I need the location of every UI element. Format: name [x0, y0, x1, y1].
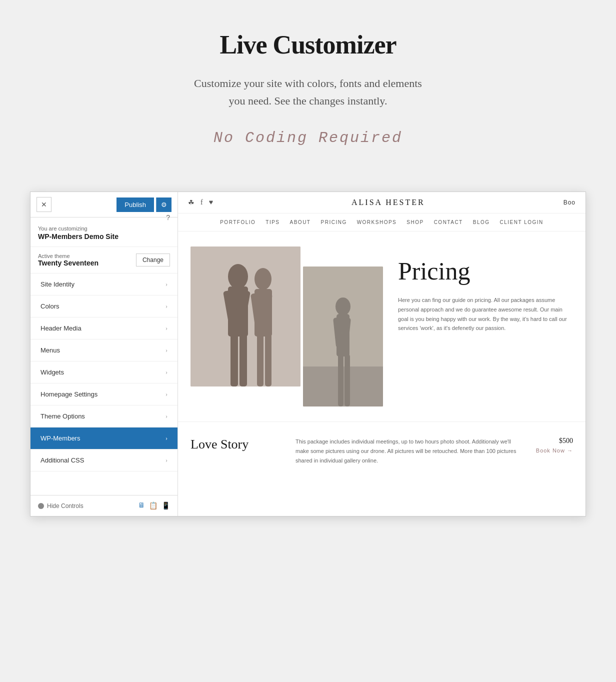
nav-portfolio[interactable]: PORTFOLIO [220, 220, 256, 225]
help-icon[interactable]: ? [166, 214, 170, 222]
nav-pricing[interactable]: PRICING [320, 220, 346, 225]
chevron-right-icon: › [166, 368, 168, 376]
svg-rect-20 [344, 354, 350, 406]
theme-section: Active theme Twenty Seventeen Change [30, 247, 178, 274]
no-coding-label: No Coding Required [10, 130, 606, 146]
love-story-pricing: $500 Book Now → [536, 437, 573, 454]
nav-blog[interactable]: BLOG [473, 220, 490, 225]
hero-image-1 [190, 246, 300, 386]
book-link[interactable]: Boo [564, 199, 576, 206]
svg-rect-12 [265, 334, 272, 386]
svg-rect-6 [240, 334, 247, 386]
love-story-section: Love Story This package includes individ… [178, 422, 586, 480]
hero-images [190, 246, 383, 406]
nav-tips[interactable]: TIPS [266, 220, 280, 225]
love-story-price: $500 [536, 437, 573, 445]
nav-shop[interactable]: SHOP [406, 220, 424, 225]
mobile-icon[interactable]: 📱 [162, 502, 170, 510]
hero-image-2 [303, 266, 383, 406]
social-icons: ☘ f ♥ [188, 198, 213, 207]
device-switcher: 🖥 📋 📱 [138, 502, 170, 510]
customizer-top-bar: ✕ Publish ⚙ [30, 192, 178, 218]
close-button[interactable]: ✕ [36, 197, 52, 212]
svg-rect-5 [230, 334, 238, 386]
customizer-panel: ✕ Publish ⚙ You are customizing ? WP-Mem… [30, 192, 178, 516]
tablet-icon[interactable]: 📋 [149, 502, 158, 510]
chevron-right-icon: › [166, 390, 168, 398]
instagram-icon[interactable]: ☘ [188, 198, 194, 207]
marketing-section: Live Customizer Customize your site with… [0, 0, 616, 192]
preview-panel: ☘ f ♥ ALISA HESTER Boo PORTFOLIO TIPS AB… [178, 192, 586, 516]
hide-controls-label: Hide Controls [47, 502, 84, 510]
site-navigation: PORTFOLIO TIPS ABOUT PRICING WORKSHOPS S… [178, 214, 586, 232]
theme-name: Twenty Seventeen [38, 259, 98, 267]
customizer-site-name: WP-Members Demo Site [38, 232, 170, 240]
chevron-right-icon: › [166, 434, 168, 442]
sidebar-item-colors[interactable]: Colors › [30, 296, 178, 318]
hide-controls-dot [38, 503, 44, 509]
nav-client-login[interactable]: CLIENT LOGIN [500, 220, 544, 225]
svg-point-1 [228, 264, 248, 289]
nav-workshops[interactable]: WORKSHOPS [357, 220, 397, 225]
customizer-wrapper: ✕ Publish ⚙ You are customizing ? WP-Mem… [30, 192, 586, 516]
site-content: Pricing Here you can fing our guide on p… [178, 232, 586, 422]
sidebar-item-theme-options[interactable]: Theme Options › [30, 406, 178, 428]
customizer-bottom-bar: Hide Controls 🖥 📋 📱 [30, 495, 178, 516]
love-story-description: This package includes individual meeting… [296, 437, 521, 465]
chevron-right-icon: › [166, 324, 168, 332]
publish-button[interactable]: Publish [116, 198, 154, 212]
chevron-right-icon: › [166, 412, 168, 420]
sidebar-item-menus[interactable]: Menus › [30, 340, 178, 362]
sidebar-item-widgets[interactable]: Widgets › [30, 362, 178, 384]
nav-contact[interactable]: CONTACT [434, 220, 463, 225]
publish-gear-button[interactable]: ⚙ [156, 198, 172, 212]
nav-about[interactable]: ABOUT [290, 220, 311, 225]
customizer-info: You are customizing ? WP-Members Demo Si… [30, 218, 178, 247]
pinterest-icon[interactable]: ♥ [209, 198, 213, 206]
theme-info: Active theme Twenty Seventeen [38, 253, 98, 267]
love-story-title: Love Story [190, 437, 280, 452]
sidebar-item-additional-css[interactable]: Additional CSS › [30, 450, 178, 472]
subtitle: Customize your site with colors, fonts a… [10, 74, 606, 110]
pricing-info: Pricing Here you can fing our guide on p… [398, 246, 573, 406]
facebook-icon[interactable]: f [200, 198, 203, 206]
desktop-icon[interactable]: 🖥 [138, 502, 145, 510]
change-theme-button[interactable]: Change [136, 254, 170, 266]
chevron-right-icon: › [166, 280, 168, 288]
book-now-link[interactable]: Book Now → [536, 448, 573, 454]
sidebar-item-homepage-settings[interactable]: Homepage Settings › [30, 384, 178, 406]
svg-point-7 [254, 268, 272, 290]
chevron-right-icon: › [166, 346, 168, 354]
pricing-title: Pricing [398, 256, 573, 286]
sidebar-item-header-media[interactable]: Header Media › [30, 318, 178, 340]
customizer-menu: Site Identity › Colors › Header Media › … [30, 274, 178, 495]
svg-rect-19 [338, 354, 344, 406]
sidebar-item-site-identity[interactable]: Site Identity › [30, 274, 178, 296]
hide-controls-button[interactable]: Hide Controls [38, 502, 84, 510]
site-header: ☘ f ♥ ALISA HESTER Boo [178, 192, 586, 214]
active-theme-label: Active theme [38, 253, 98, 259]
chevron-right-icon: › [166, 456, 168, 464]
svg-rect-11 [257, 334, 264, 386]
svg-point-15 [336, 298, 350, 316]
publish-button-group: Publish ⚙ [116, 198, 172, 212]
pricing-description: Here you can fing our guide on pricing. … [398, 296, 573, 333]
sidebar-item-wp-members[interactable]: WP-Members › [30, 428, 178, 450]
site-title: ALISA HESTER [352, 198, 425, 207]
page-title: Live Customizer [10, 30, 606, 60]
you-are-label: You are customizing [38, 226, 88, 232]
chevron-right-icon: › [166, 302, 168, 310]
